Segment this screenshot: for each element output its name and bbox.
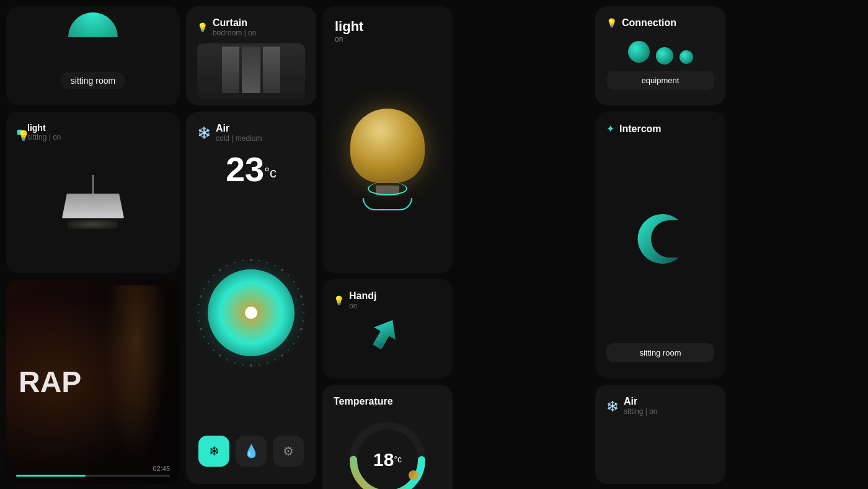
light-main-title: light [335, 19, 440, 35]
air-title: Air [216, 123, 262, 134]
handj-icon: 💡 [334, 295, 344, 305]
light-main-card[interactable]: light on [322, 6, 453, 273]
lamp-cord [92, 175, 94, 194]
svg-point-38 [234, 261, 236, 262]
air-temp-value: 23 [226, 150, 264, 189]
air-sitting-title: Air [624, 396, 657, 407]
svg-point-28 [200, 328, 202, 330]
light-bulb [350, 109, 425, 183]
svg-point-43 [409, 470, 418, 480]
light-sitting-title: light [27, 123, 61, 133]
svg-point-11 [303, 320, 304, 321]
lamp-glow [68, 220, 118, 229]
progress-bar [16, 475, 170, 477]
connection-title: Connection [622, 17, 676, 29]
svg-point-7 [298, 288, 299, 289]
lamp-shade [62, 194, 124, 218]
air-sitting-card[interactable]: ❄️ Air sitting | on [595, 385, 725, 484]
connection-bubble-3 [680, 50, 693, 64]
light-sitting-icon: 💡 [17, 130, 22, 135]
progress-fill [16, 475, 86, 477]
svg-point-20 [250, 364, 252, 367]
temp-arc-container: 18°c [334, 416, 441, 489]
light-sitting-card[interactable]: 💡 light sitting | on [6, 112, 180, 273]
temp-unit: °c [394, 454, 402, 464]
temp-value: 18 [373, 449, 394, 470]
air-btn-snow[interactable]: ❄ [198, 436, 229, 467]
svg-point-32 [200, 295, 202, 297]
svg-point-24 [219, 354, 221, 356]
curtain-sub: bedroom | on [213, 29, 257, 37]
svg-point-4 [281, 269, 283, 271]
svg-point-34 [208, 280, 209, 282]
intercom-room-label: sitting room [606, 343, 714, 362]
air-sitting-icon: ❄️ [606, 400, 619, 412]
svg-point-16 [281, 354, 283, 356]
svg-point-8 [300, 295, 303, 297]
rap-title: RAP [19, 365, 81, 399]
connection-card[interactable]: 💡 Connection equipment [595, 6, 725, 105]
svg-point-5 [288, 274, 289, 276]
curtain-panel-right [263, 47, 280, 93]
svg-point-37 [226, 265, 228, 266]
svg-point-15 [288, 349, 289, 350]
svg-point-39 [242, 259, 244, 261]
svg-point-14 [293, 343, 294, 344]
connection-icon: 💡 [606, 18, 617, 28]
svg-point-21 [242, 364, 244, 365]
air-subtitle: cold | medium [216, 134, 262, 143]
svg-point-19 [259, 364, 260, 365]
svg-point-12 [300, 328, 303, 330]
svg-point-17 [274, 359, 275, 360]
light-arc [363, 198, 412, 210]
svg-point-18 [267, 362, 268, 363]
handj-icon-svg [366, 313, 409, 357]
light-bulb-container [335, 43, 440, 261]
intercom-visual [606, 135, 714, 343]
svg-point-3 [274, 265, 275, 266]
handj-visual [334, 310, 441, 360]
air-btn-fan[interactable]: ⚙ [273, 436, 304, 467]
svg-point-2 [267, 261, 268, 262]
svg-point-35 [213, 274, 215, 276]
svg-point-25 [213, 349, 215, 350]
intercom-icon: ✦ [606, 123, 614, 135]
handj-card[interactable]: 💡 Handj on [322, 279, 453, 379]
rap-person-silhouette [105, 285, 167, 465]
intercom-card[interactable]: ✦ Intercom sitting room [595, 112, 725, 379]
svg-point-22 [234, 362, 236, 363]
rap-card[interactable]: RAP 02:45 [6, 279, 180, 484]
air-icon: ❄️ [197, 126, 211, 140]
svg-point-6 [293, 280, 294, 282]
light-sitting-sub: sitting | on [27, 133, 61, 141]
temperature-card[interactable]: Temperature 18°c [322, 385, 453, 489]
handj-title: Handj [349, 290, 376, 302]
dial[interactable] [208, 269, 294, 356]
air-card[interactable]: ❄️ Air cold | medium 23°c ❄ [186, 112, 316, 484]
svg-point-27 [203, 336, 205, 337]
svg-point-31 [198, 303, 200, 305]
svg-point-29 [198, 320, 200, 321]
connection-bubble-1 [628, 41, 650, 63]
svg-point-36 [219, 269, 221, 271]
svg-point-9 [303, 303, 304, 305]
curtain-image [197, 43, 305, 99]
svg-point-13 [298, 336, 299, 337]
curtain-card[interactable]: 💡 Curtain bedroom | on [186, 6, 316, 105]
dial-container [197, 195, 305, 429]
rap-time: 02:45 [16, 465, 170, 472]
sitting-room-label: sitting room [61, 72, 125, 89]
curtain-panel-left [222, 47, 239, 93]
temperature-title: Temperature [334, 396, 393, 406]
air-btn-drop[interactable]: 💧 [236, 436, 267, 467]
sitting-room-card[interactable]: sitting room [6, 6, 180, 105]
curtain-panel-mid [242, 47, 260, 93]
sitting-room-dome [68, 12, 118, 37]
svg-point-23 [226, 359, 228, 360]
air-controls: ❄ 💧 ⚙ [197, 429, 305, 473]
svg-point-0 [250, 259, 252, 261]
lamp-visual [17, 141, 169, 262]
air-unit: °c [264, 165, 277, 181]
svg-point-26 [208, 343, 209, 344]
rap-progress: 02:45 [6, 465, 180, 477]
